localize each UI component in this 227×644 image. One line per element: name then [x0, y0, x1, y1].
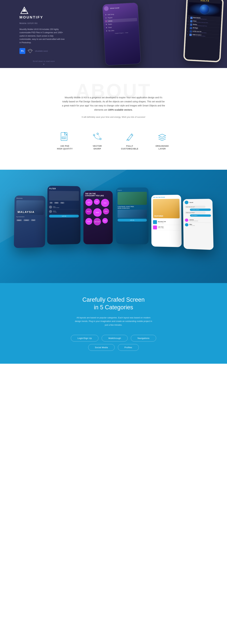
menu-label: Library [108, 20, 112, 22]
menu-label: Radio [108, 23, 112, 25]
song-number: 2 [188, 20, 189, 22]
categories-title: Carefully Crafed Screenin 5 Categories [7, 296, 220, 311]
hero-subtitle: Mobile UI/UX Kit [20, 22, 68, 24]
svg-marker-2 [28, 49, 33, 53]
chat-list-preview: See you tomorrow! [189, 220, 198, 221]
menu-label: Playlist [108, 17, 112, 18]
categories-desc: All layouts are based on popular categor… [75, 316, 152, 326]
svg-text:PSD: PSD [62, 137, 65, 139]
showcase-phone-social: Explore CONTINUE YOUR TREKHERE EVERYDAY … [116, 187, 148, 244]
cat-btn-profiles[interactable]: Profiles [118, 344, 139, 351]
phone-filter-content: TAP ON THECATEGORY YOU LIKE JAZZ POP R&B… [83, 190, 113, 244]
category-circles: JAZZ POP R&B ROCK INDIE FOLK EDM HIP HOP… [85, 197, 111, 227]
listing-desc: 4.2 ★ · 1.8km [158, 227, 164, 228]
circle-indie[interactable]: INDIE [93, 208, 102, 217]
sketch-badge [27, 48, 33, 54]
chat-header: Sarah [185, 200, 211, 204]
cat-btn-login[interactable]: Login/Sign Up [71, 335, 98, 342]
menu-dot [106, 18, 107, 18]
phone-travel-content: Discovery MALAYSIA Top Destination Beach… [14, 196, 45, 248]
menu-dot [106, 27, 107, 28]
discover-avatar [49, 206, 52, 208]
song-number: 1 [188, 17, 189, 18]
menu-dot [105, 14, 106, 15]
bold-vectors: 100% scalable vectors [108, 108, 132, 111]
item-name: Sarah [53, 210, 56, 212]
menu-label: My Likes [108, 30, 114, 32]
phone-music-mock: Johnle Cornell Add Song Playlist Library… [102, 2, 141, 66]
circle-hiphop[interactable]: HIP HOP [94, 218, 101, 226]
layers-icon [157, 132, 167, 142]
feature-vector-label: VECTORSHARP [93, 145, 102, 150]
hero-section: MOUNTIFY Mobile UI/UX Kit Mountify Mobil… [0, 0, 227, 68]
listing-item-text: Lake View 4.2 ★ · 1.8km [158, 226, 164, 228]
circle-folk[interactable]: FOLK [103, 208, 109, 214]
social-header: Explore [118, 189, 147, 191]
menu-label: Feed [108, 26, 112, 28]
song-bar [190, 24, 192, 26]
discover-btn[interactable]: Let's Go [49, 215, 79, 218]
listing-item-text: Mountain Trail 4.5 ★ · 2.3km [158, 221, 166, 223]
cat-btn-navigations[interactable]: Navigations [131, 335, 156, 342]
tag-tour: Tour [60, 202, 64, 204]
hero-left-content: MOUNTIFY Mobile UI/UX Kit Mountify Mobil… [0, 6, 68, 66]
tag-all: All [50, 202, 53, 204]
music-username: Johnle Cornell [110, 7, 119, 9]
feature-custom-label: FULLYCUSTOMIZABLE [121, 145, 138, 150]
psd-icon: PSD [60, 132, 70, 142]
menu-dot-active [106, 21, 107, 22]
circle-soul[interactable]: SOUL [102, 218, 108, 224]
tag-hotel: Hotel [54, 202, 59, 204]
social-tagline: CONTINUE YOUR TREKHERE EVERYDAY [118, 206, 147, 209]
chat-list-text: Jessica See you tomorrow! [189, 219, 198, 221]
feature-layers: ORGANISEDLAYER [152, 132, 172, 150]
phone-social-content: Explore CONTINUE YOUR TREKHERE EVERYDAY … [116, 187, 148, 244]
item-name: Peter [53, 206, 59, 207]
hero-description: Mountify Mobile UI/UX Kit includes 150 h… [20, 28, 65, 44]
categories-buttons: Login/Sign Up Walkthrough Navigations So… [7, 335, 220, 351]
chat-username: Sarah [189, 202, 193, 203]
listing-icon [153, 220, 157, 224]
travel-header: Discovery [16, 198, 44, 199]
chat-list: Jessica See you tomorrow! Mike On my way… [185, 218, 211, 227]
showcase-phone-discover: FILTER All Hotel Tour Peter Kuala Lumpur [47, 186, 81, 244]
scroll-arrow-icon: ∨ [20, 63, 68, 66]
chat-list-avatar [185, 223, 188, 226]
available-soon-text: (Available soon) [35, 50, 48, 52]
circle-pop[interactable]: POP [94, 199, 100, 205]
listing-icon [153, 226, 157, 229]
listing-desc: 4.5 ★ · 2.3km [158, 222, 166, 223]
phone-chart-screen: VOLTA 1 Black Beatles Rae Sremmurd featu… [184, 0, 222, 61]
song-bar [190, 20, 192, 22]
travel-tag-1: Beach [16, 219, 22, 221]
circle-jazz[interactable]: JAZZ [85, 199, 93, 206]
discover-title: FILTER [49, 188, 79, 190]
chart-globe [199, 4, 210, 14]
circle-rock[interactable]: ROCK [85, 208, 92, 215]
song-bar [190, 27, 192, 29]
feature-psd-label: 150 PSDHIGH QUATITY [57, 145, 73, 150]
menu-label: Add Song [108, 14, 114, 16]
song-bar [189, 30, 192, 33]
cat-row-1: Login/Sign Up Walkthrough Navigations [71, 335, 156, 342]
hero-badges: Ps (Available soon) [20, 48, 68, 54]
travel-img: MALAYSIA [16, 200, 44, 215]
logo-area: MOUNTIFY [20, 6, 68, 20]
listing-hero-img: FEATURED [153, 199, 180, 218]
menu-dot [106, 24, 107, 25]
circle-edm[interactable]: EDM [85, 218, 92, 225]
social-btn[interactable]: Let's Go [118, 219, 147, 222]
chat-list-item-2: Mike On my way! [185, 222, 211, 227]
chart-bg-image [188, 2, 221, 17]
logo-mountain-icon [20, 6, 29, 14]
cat-btn-social[interactable]: Social Media [88, 344, 114, 351]
showcase-phone-filter: TAP ON THECATEGORY YOU LIKE JAZZ POP R&B… [83, 190, 113, 244]
item-sub: Penang [53, 212, 56, 212]
music-user: Johnle Cornell [104, 5, 136, 11]
chat-list-item-1: Jessica See you tomorrow! [185, 218, 211, 223]
showcase-phone-travel: Discovery MALAYSIA Top Destination Beach… [14, 196, 45, 248]
cat-btn-walkthrough[interactable]: Walkthrough [102, 335, 128, 342]
travel-tag-2: Culture [24, 219, 30, 221]
svg-rect-4 [61, 132, 67, 140]
circle-rnb[interactable]: R&B [101, 199, 109, 207]
